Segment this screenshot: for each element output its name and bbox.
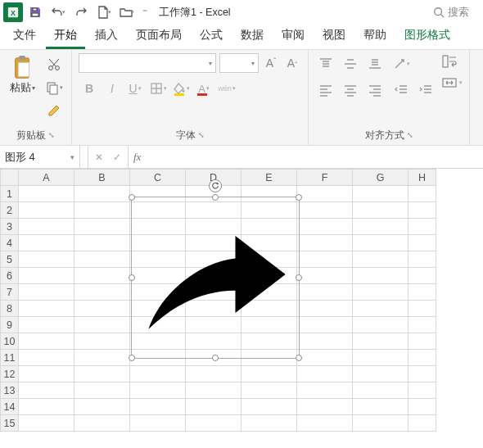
cell[interactable] [297,301,353,317]
row-header[interactable]: 13 [1,382,19,399]
row-header[interactable]: 3 [1,219,19,235]
borders-button[interactable]: ▾ [147,78,169,99]
cell[interactable] [297,399,353,415]
cell[interactable] [186,382,242,399]
row-header[interactable]: 12 [1,366,19,382]
cell[interactable] [353,251,409,268]
column-header[interactable]: G [353,170,409,186]
cell[interactable] [130,366,186,382]
cell[interactable] [409,284,436,301]
cell[interactable] [297,235,353,251]
cell[interactable] [297,219,353,235]
merge-center-button[interactable]: ▾ [441,75,463,91]
search-box[interactable]: 搜索 [427,2,475,23]
cell[interactable] [297,268,353,284]
align-top-button[interactable] [315,53,336,75]
menu-formulas[interactable]: 公式 [192,24,231,49]
menu-page-layout[interactable]: 页面布局 [128,24,190,49]
resize-handle[interactable] [129,274,135,281]
cell[interactable] [409,202,436,219]
cell[interactable] [74,186,130,202]
cell[interactable] [19,317,74,333]
cell[interactable] [353,366,409,382]
row-header[interactable]: 4 [1,235,19,251]
cell[interactable] [353,350,409,366]
bold-button[interactable]: B [79,78,100,99]
menu-view[interactable]: 视图 [314,24,354,49]
wrap-text-button[interactable] [441,53,463,70]
cell[interactable] [297,202,353,219]
cell[interactable] [74,219,130,235]
shape-arrow[interactable] [131,197,300,359]
name-box[interactable]: 图形 4 ▾ [0,146,80,168]
orientation-button[interactable]: ▾ [390,53,412,75]
phonetic-button[interactable]: wén▾ [216,78,237,99]
cell[interactable] [409,251,436,268]
dialog-launcher-icon[interactable]: ⤡ [407,131,413,139]
column-header[interactable]: A [19,170,74,186]
cell[interactable] [74,301,130,317]
cell[interactable] [74,366,130,382]
cell[interactable] [19,333,74,350]
cell[interactable] [353,333,409,350]
rotate-handle[interactable] [209,179,222,192]
cell[interactable] [19,415,74,432]
column-header[interactable]: C [130,170,186,186]
cell[interactable] [353,219,409,235]
cell[interactable] [297,284,353,301]
menu-file[interactable]: 文件 [5,24,44,49]
cell[interactable] [297,333,353,350]
resize-handle[interactable] [212,194,219,201]
menu-home[interactable]: 开始 [46,24,85,49]
cell[interactable] [74,415,130,432]
cell[interactable] [19,251,74,268]
cell[interactable] [19,219,74,235]
column-header[interactable]: F [297,170,353,186]
cell[interactable] [353,235,409,251]
format-painter-button[interactable] [43,101,65,120]
cell[interactable] [186,366,242,382]
cell[interactable] [130,382,186,399]
cell[interactable] [297,415,353,432]
cell[interactable] [297,251,353,268]
cell[interactable] [19,284,74,301]
decrease-font-button[interactable]: Aˇ [283,53,301,73]
paste-button[interactable]: 粘贴▾ [7,53,38,97]
cell[interactable] [19,202,74,219]
resize-handle[interactable] [296,194,302,201]
cell[interactable] [19,350,74,366]
row-header[interactable]: 11 [1,350,19,366]
dialog-launcher-icon[interactable]: ⤡ [48,131,55,139]
cell[interactable] [74,382,130,399]
cell[interactable] [353,301,409,317]
align-middle-button[interactable] [340,53,361,75]
cell[interactable] [74,399,130,415]
worksheet-grid[interactable]: ABCDEFGH123456789101112131415 [0,169,483,447]
cell[interactable] [297,317,353,333]
cell[interactable] [409,235,436,251]
decrease-indent-button[interactable] [390,79,412,101]
row-header[interactable]: 8 [1,301,19,317]
redo-icon[interactable] [70,2,92,23]
cell[interactable] [297,366,353,382]
row-header[interactable]: 5 [1,251,19,268]
cell[interactable] [409,186,436,202]
cell[interactable] [353,382,409,399]
resize-handle[interactable] [129,355,135,361]
cell[interactable] [19,235,74,251]
row-header[interactable]: 14 [1,399,19,415]
row-header[interactable]: 2 [1,202,19,219]
select-all-corner[interactable] [1,170,19,186]
resize-handle[interactable] [296,355,302,361]
cell[interactable] [74,251,130,268]
cell[interactable] [353,186,409,202]
cell[interactable] [409,333,436,350]
fill-color-button[interactable]: ▾ [170,78,192,99]
cell[interactable] [409,301,436,317]
cell[interactable] [19,382,74,399]
column-header[interactable]: B [74,170,130,186]
cell[interactable] [130,399,186,415]
cell[interactable] [297,186,353,202]
underline-button[interactable]: U▾ [124,78,146,99]
open-folder-icon[interactable]: ▾ [116,2,138,23]
